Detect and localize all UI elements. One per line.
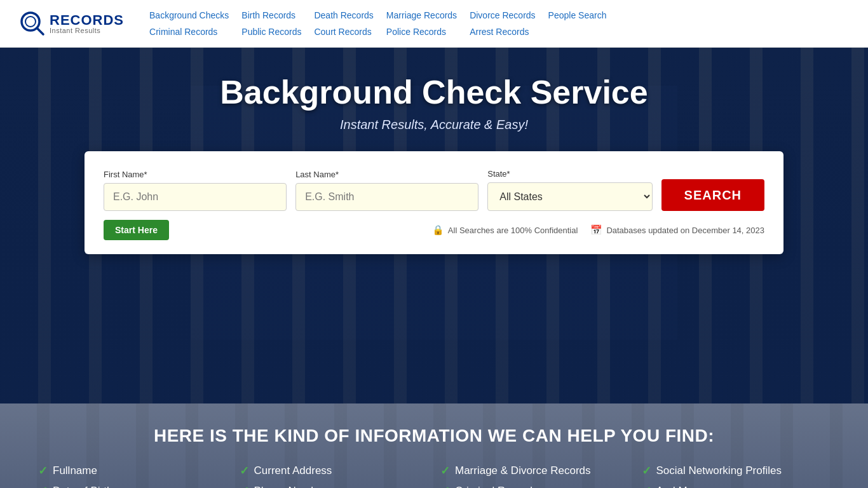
info-item-text: Current Address <box>254 464 332 477</box>
hero-section: Background Check Service Instant Results… <box>0 48 868 403</box>
hero-subtitle: Instant Results, Accurate & Easy! <box>340 118 528 132</box>
info-item: ✓Criminal Records <box>440 484 629 488</box>
info-item-text: Date of Birth <box>53 485 113 488</box>
first-name-input[interactable] <box>104 183 287 211</box>
checkmark-icon: ✓ <box>38 464 48 478</box>
nav-link-police-records[interactable]: Police Records <box>386 25 457 39</box>
search-button[interactable]: SEARCH <box>661 179 764 211</box>
calendar-icon: 📅 <box>590 224 602 236</box>
info-title: HERE IS THE KIND OF INFORMATION WE CAN H… <box>38 426 830 446</box>
info-item: ✓Fullname <box>38 464 227 478</box>
confidential-text: All Searches are 100% Confidential <box>448 226 578 235</box>
checkmark-icon: ✓ <box>38 484 48 488</box>
info-item-text: Fullname <box>53 464 97 477</box>
checkmark-icon: ✓ <box>240 464 249 478</box>
start-here-button[interactable]: Start Here <box>104 220 169 240</box>
site-header: RECORDS Instant Results Background Check… <box>0 0 868 48</box>
search-box: First Name* Last Name* State* All States… <box>85 151 783 254</box>
nav-link-arrest-records[interactable]: Arrest Records <box>470 25 535 39</box>
search-meta: 🔒 All Searches are 100% Confidential 📅 D… <box>432 224 764 236</box>
info-col-3: ✓Social Networking Profiles✓And More... <box>642 464 831 488</box>
logo-tagline: Instant Results <box>50 27 124 34</box>
first-name-label: First Name* <box>104 170 287 179</box>
info-col-2: ✓Marriage & Divorce Records✓Criminal Rec… <box>440 464 629 488</box>
search-footer: Start Here 🔒 All Searches are 100% Confi… <box>104 220 764 240</box>
info-grid: ✓Fullname✓Date of Birth✓Current Address✓… <box>38 464 830 488</box>
checkmark-icon: ✓ <box>440 464 450 478</box>
lock-icon: 🔒 <box>432 224 444 236</box>
info-item: ✓Marriage & Divorce Records <box>440 464 629 478</box>
nav-link-people-search[interactable]: People Search <box>548 8 607 22</box>
nav-link-public-records[interactable]: Public Records <box>241 25 301 39</box>
info-item-text: Phone Numbers <box>254 485 332 488</box>
database-meta: 📅 Databases updated on December 14, 2023 <box>590 224 764 236</box>
nav-link-marriage-records[interactable]: Marriage Records <box>386 8 457 22</box>
logo-icon <box>19 10 46 37</box>
nav-link-divorce-records[interactable]: Divorce Records <box>470 8 535 22</box>
nav-link-death-records[interactable]: Death Records <box>314 8 373 22</box>
state-field: State* All States AlabamaAlaskaArizona A… <box>487 169 652 211</box>
last-name-label: Last Name* <box>295 170 478 179</box>
info-item: ✓Current Address <box>240 464 428 478</box>
last-name-field: Last Name* <box>295 170 478 211</box>
checkmark-icon: ✓ <box>240 484 249 488</box>
last-name-input[interactable] <box>295 183 478 211</box>
info-item-text: Marriage & Divorce Records <box>455 464 591 477</box>
state-label: State* <box>487 169 652 179</box>
nav-link-birth-records[interactable]: Birth Records <box>241 8 301 22</box>
nav-link-criminal-records[interactable]: Criminal Records <box>149 25 229 39</box>
state-select[interactable]: All States AlabamaAlaskaArizona Arkansas… <box>487 182 652 211</box>
info-item-text: Criminal Records <box>455 485 538 488</box>
checkmark-icon: ✓ <box>440 484 450 488</box>
info-item-text: And More... <box>656 485 712 488</box>
logo-brand-name: RECORDS <box>50 13 124 27</box>
info-item: ✓Social Networking Profiles <box>642 464 831 478</box>
confidential-meta: 🔒 All Searches are 100% Confidential <box>432 224 578 236</box>
svg-point-1 <box>25 17 36 27</box>
database-text: Databases updated on December 14, 2023 <box>606 226 764 235</box>
checkmark-icon: ✓ <box>642 464 651 478</box>
hero-title: Background Check Service <box>220 73 648 111</box>
info-col-1: ✓Current Address✓Phone Numbers <box>240 464 428 488</box>
info-item: ✓Phone Numbers <box>240 484 428 488</box>
first-name-field: First Name* <box>104 170 287 211</box>
info-section: HERE IS THE KIND OF INFORMATION WE CAN H… <box>0 403 868 488</box>
checkmark-icon: ✓ <box>642 484 651 488</box>
info-col-0: ✓Fullname✓Date of Birth <box>38 464 227 488</box>
nav-link-background-checks[interactable]: Background Checks <box>149 8 229 22</box>
info-item: ✓And More... <box>642 484 831 488</box>
info-item-text: Social Networking Profiles <box>656 464 782 477</box>
info-item: ✓Date of Birth <box>38 484 227 488</box>
svg-line-2 <box>37 28 43 34</box>
main-nav: Background ChecksBirth RecordsDeath Reco… <box>149 8 606 39</box>
nav-link-court-records[interactable]: Court Records <box>314 25 373 39</box>
logo[interactable]: RECORDS Instant Results <box>19 10 124 37</box>
